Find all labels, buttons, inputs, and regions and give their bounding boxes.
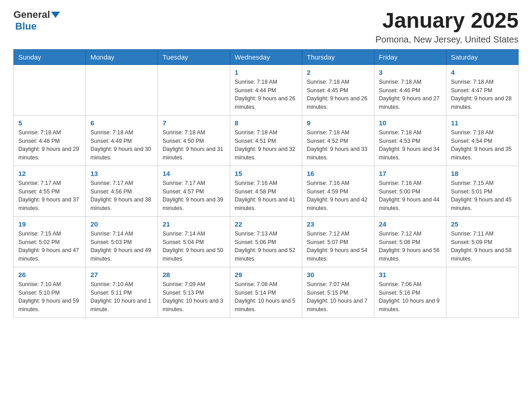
calendar-week-row: 5Sunrise: 7:18 AM Sunset: 4:48 PM Daylig… [14,115,519,166]
day-info: Sunrise: 7:18 AM Sunset: 4:48 PM Dayligh… [18,128,81,162]
title-block: January 2025 Pomona, New Jersey, United … [375,9,519,45]
calendar-cell: 27Sunrise: 7:10 AM Sunset: 5:11 PM Dayli… [86,267,158,317]
day-number: 28 [163,271,225,278]
calendar-cell: 31Sunrise: 7:06 AM Sunset: 5:16 PM Dayli… [374,267,446,317]
location-subtitle: Pomona, New Jersey, United States [375,34,519,45]
day-info: Sunrise: 7:18 AM Sunset: 4:49 PM Dayligh… [90,128,153,162]
day-of-week-header: Saturday [446,49,519,64]
calendar-cell: 19Sunrise: 7:15 AM Sunset: 5:02 PM Dayli… [14,216,86,267]
calendar-table: SundayMondayTuesdayWednesdayThursdayFrid… [13,49,519,318]
day-info: Sunrise: 7:17 AM Sunset: 4:55 PM Dayligh… [18,179,81,213]
day-info: Sunrise: 7:07 AM Sunset: 5:15 PM Dayligh… [307,280,369,314]
day-number: 13 [90,170,153,177]
calendar-cell: 17Sunrise: 7:16 AM Sunset: 5:00 PM Dayli… [374,166,446,216]
day-number: 20 [90,220,153,228]
calendar-week-row: 1Sunrise: 7:18 AM Sunset: 4:44 PM Daylig… [14,64,519,115]
day-info: Sunrise: 7:14 AM Sunset: 5:04 PM Dayligh… [163,230,225,263]
calendar-cell: 11Sunrise: 7:18 AM Sunset: 4:54 PM Dayli… [446,115,519,166]
day-of-week-header: Sunday [14,49,86,64]
page-header: General Blue January 2025 Pomona, New Je… [13,9,519,45]
calendar-cell: 29Sunrise: 7:08 AM Sunset: 5:14 PM Dayli… [230,267,302,317]
calendar-cell: 28Sunrise: 7:09 AM Sunset: 5:13 PM Dayli… [158,267,230,317]
calendar-cell: 18Sunrise: 7:15 AM Sunset: 5:01 PM Dayli… [446,166,519,216]
day-info: Sunrise: 7:12 AM Sunset: 5:07 PM Dayligh… [307,230,369,263]
calendar-header-row: SundayMondayTuesdayWednesdayThursdayFrid… [14,49,519,64]
calendar-cell [86,64,158,115]
day-of-week-header: Tuesday [158,49,230,64]
day-number: 6 [90,119,153,127]
day-info: Sunrise: 7:18 AM Sunset: 4:50 PM Dayligh… [163,128,225,162]
day-number: 23 [307,220,369,228]
day-number: 2 [307,68,369,76]
day-number: 5 [18,119,81,127]
day-info: Sunrise: 7:18 AM Sunset: 4:46 PM Dayligh… [379,78,442,111]
calendar-cell: 24Sunrise: 7:12 AM Sunset: 5:08 PM Dayli… [374,216,446,267]
day-number: 8 [235,119,297,127]
calendar-cell: 21Sunrise: 7:14 AM Sunset: 5:04 PM Dayli… [158,216,230,267]
calendar-cell: 15Sunrise: 7:16 AM Sunset: 4:58 PM Dayli… [230,166,302,216]
calendar-cell: 3Sunrise: 7:18 AM Sunset: 4:46 PM Daylig… [374,64,446,115]
day-of-week-header: Monday [86,49,158,64]
day-info: Sunrise: 7:15 AM Sunset: 5:01 PM Dayligh… [451,179,514,213]
day-number: 30 [307,271,369,278]
day-number: 19 [18,220,81,228]
day-number: 24 [379,220,442,228]
day-info: Sunrise: 7:11 AM Sunset: 5:09 PM Dayligh… [451,230,514,263]
day-number: 12 [18,170,81,177]
day-info: Sunrise: 7:18 AM Sunset: 4:53 PM Dayligh… [379,128,442,162]
calendar-week-row: 12Sunrise: 7:17 AM Sunset: 4:55 PM Dayli… [14,166,519,216]
day-number: 9 [307,119,369,127]
day-number: 1 [235,68,297,76]
calendar-cell: 2Sunrise: 7:18 AM Sunset: 4:45 PM Daylig… [302,64,374,115]
calendar-cell: 30Sunrise: 7:07 AM Sunset: 5:15 PM Dayli… [302,267,374,317]
day-number: 3 [379,68,442,76]
day-info: Sunrise: 7:15 AM Sunset: 5:02 PM Dayligh… [18,230,81,263]
day-info: Sunrise: 7:18 AM Sunset: 4:54 PM Dayligh… [451,128,514,162]
day-info: Sunrise: 7:09 AM Sunset: 5:13 PM Dayligh… [163,280,225,314]
calendar-cell: 26Sunrise: 7:10 AM Sunset: 5:10 PM Dayli… [14,267,86,317]
day-number: 22 [235,220,297,228]
calendar-cell: 12Sunrise: 7:17 AM Sunset: 4:55 PM Dayli… [14,166,86,216]
calendar-cell: 9Sunrise: 7:18 AM Sunset: 4:52 PM Daylig… [302,115,374,166]
day-number: 10 [379,119,442,127]
calendar-cell: 25Sunrise: 7:11 AM Sunset: 5:09 PM Dayli… [446,216,519,267]
calendar-cell: 23Sunrise: 7:12 AM Sunset: 5:07 PM Dayli… [302,216,374,267]
day-number: 26 [18,271,81,278]
logo-blue-text: Blue [15,21,37,32]
calendar-cell: 20Sunrise: 7:14 AM Sunset: 5:03 PM Dayli… [86,216,158,267]
calendar-week-row: 26Sunrise: 7:10 AM Sunset: 5:10 PM Dayli… [14,267,519,317]
day-number: 27 [90,271,153,278]
day-of-week-header: Friday [374,49,446,64]
logo: General Blue [13,9,61,32]
day-info: Sunrise: 7:16 AM Sunset: 5:00 PM Dayligh… [379,179,442,213]
day-info: Sunrise: 7:18 AM Sunset: 4:47 PM Dayligh… [451,78,514,111]
day-number: 16 [307,170,369,177]
day-info: Sunrise: 7:18 AM Sunset: 4:45 PM Dayligh… [307,78,369,111]
day-number: 11 [451,119,514,127]
calendar-cell: 1Sunrise: 7:18 AM Sunset: 4:44 PM Daylig… [230,64,302,115]
calendar-cell: 10Sunrise: 7:18 AM Sunset: 4:53 PM Dayli… [374,115,446,166]
day-number: 25 [451,220,514,228]
day-info: Sunrise: 7:16 AM Sunset: 4:58 PM Dayligh… [235,179,297,213]
day-info: Sunrise: 7:18 AM Sunset: 4:52 PM Dayligh… [307,128,369,162]
day-info: Sunrise: 7:06 AM Sunset: 5:16 PM Dayligh… [379,280,442,314]
day-info: Sunrise: 7:12 AM Sunset: 5:08 PM Dayligh… [379,230,442,263]
day-number: 4 [451,68,514,76]
day-number: 14 [163,170,225,177]
calendar-cell: 8Sunrise: 7:18 AM Sunset: 4:51 PM Daylig… [230,115,302,166]
day-of-week-header: Thursday [302,49,374,64]
day-number: 21 [163,220,225,228]
day-info: Sunrise: 7:17 AM Sunset: 4:57 PM Dayligh… [163,179,225,213]
day-info: Sunrise: 7:18 AM Sunset: 4:44 PM Dayligh… [235,78,297,111]
month-title: January 2025 [375,9,519,33]
day-info: Sunrise: 7:10 AM Sunset: 5:10 PM Dayligh… [18,280,81,314]
day-number: 15 [235,170,297,177]
calendar-cell: 16Sunrise: 7:16 AM Sunset: 4:59 PM Dayli… [302,166,374,216]
calendar-cell: 22Sunrise: 7:13 AM Sunset: 5:06 PM Dayli… [230,216,302,267]
calendar-cell: 13Sunrise: 7:17 AM Sunset: 4:56 PM Dayli… [86,166,158,216]
calendar-cell [446,267,519,317]
day-info: Sunrise: 7:16 AM Sunset: 4:59 PM Dayligh… [307,179,369,213]
day-info: Sunrise: 7:10 AM Sunset: 5:11 PM Dayligh… [90,280,153,314]
logo-general-text: General [13,9,50,21]
day-number: 7 [163,119,225,127]
